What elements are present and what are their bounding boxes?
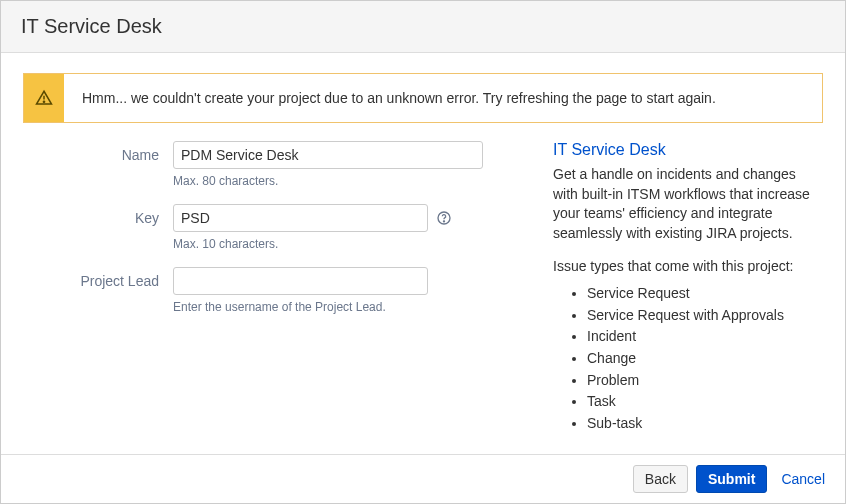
key-input[interactable] xyxy=(173,204,428,232)
list-item: Incident xyxy=(587,326,823,348)
issue-types-intro: Issue types that come with this project: xyxy=(553,257,823,277)
error-alert: Hmm... we couldn't create your project d… xyxy=(23,73,823,123)
error-alert-text: Hmm... we couldn't create your project d… xyxy=(64,74,734,122)
warning-icon xyxy=(24,74,64,122)
project-lead-input[interactable] xyxy=(173,267,428,295)
name-label: Name xyxy=(23,141,173,200)
key-label: Key xyxy=(23,204,173,263)
list-item: Service Request with Approvals xyxy=(587,305,823,327)
modal-body: Hmm... we couldn't create your project d… xyxy=(1,53,845,454)
list-item: Sub-task xyxy=(587,413,823,435)
template-info: IT Service Desk Get a handle on incident… xyxy=(553,141,823,435)
svg-point-3 xyxy=(443,221,444,222)
list-item: Task xyxy=(587,391,823,413)
key-hint: Max. 10 characters. xyxy=(173,237,523,251)
list-item: Change xyxy=(587,348,823,370)
issue-types-list: Service Request Service Request with App… xyxy=(553,283,823,435)
list-item: Service Request xyxy=(587,283,823,305)
template-title: IT Service Desk xyxy=(553,141,823,159)
lead-hint: Enter the username of the Project Lead. xyxy=(173,300,523,314)
help-icon[interactable] xyxy=(436,210,452,226)
project-form: Name Max. 80 characters. Key xyxy=(23,141,523,435)
name-input[interactable] xyxy=(173,141,483,169)
back-button[interactable]: Back xyxy=(633,465,688,493)
modal-title: IT Service Desk xyxy=(21,15,825,38)
name-hint: Max. 80 characters. xyxy=(173,174,523,188)
create-project-modal: IT Service Desk Hmm... we couldn't creat… xyxy=(0,0,846,504)
modal-footer: Back Submit Cancel xyxy=(1,454,845,503)
svg-point-1 xyxy=(43,101,44,102)
lead-label: Project Lead xyxy=(23,267,173,326)
list-item: Problem xyxy=(587,370,823,392)
modal-header: IT Service Desk xyxy=(1,1,845,53)
template-desc: Get a handle on incidents and changes wi… xyxy=(553,165,823,243)
submit-button[interactable]: Submit xyxy=(696,465,767,493)
cancel-button[interactable]: Cancel xyxy=(775,466,831,492)
